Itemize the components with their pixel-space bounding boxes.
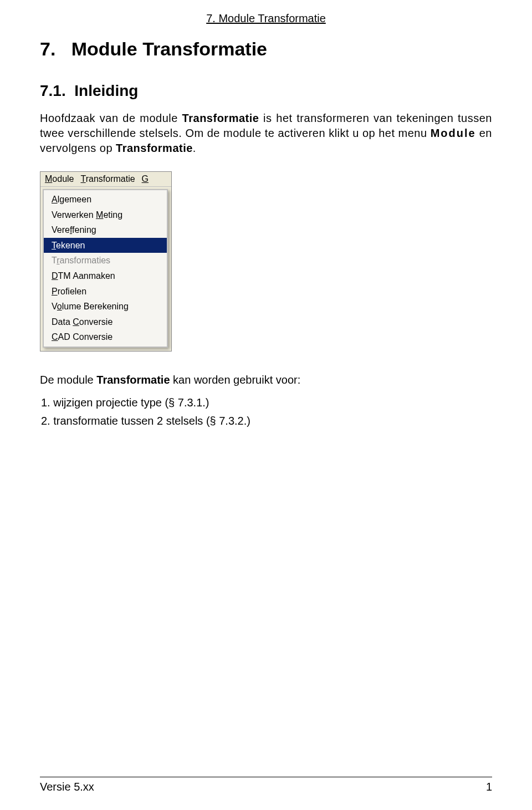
dd-mnemonic: M [96, 210, 103, 220]
mb-post: ransformatie [86, 174, 135, 184]
running-header: 7. Module Transformatie [40, 12, 492, 25]
dd-mnemonic: o [57, 302, 62, 311]
page-title: 7. Module Transformatie [40, 38, 492, 60]
dd-pre: Data [52, 317, 73, 327]
mb-mnemonic: G [142, 174, 149, 184]
dd-pre: V [52, 302, 57, 311]
dropdown-item-dtm-aanmaken[interactable]: DTM Aanmaken [44, 268, 167, 284]
menubar-item-module[interactable]: Module [45, 174, 74, 184]
dd-post: AD Conversie [58, 332, 113, 342]
p-bold-transformatie: Transformatie [182, 112, 259, 124]
p-bold-transformatie-3: Transformatie [96, 374, 170, 386]
mb-mnemonic: T [80, 174, 85, 184]
dropdown-item-cad-conversie[interactable]: CAD Conversie [44, 329, 167, 345]
p-text: Hoofdzaak van de module [40, 112, 182, 124]
p-text: De module [40, 374, 96, 386]
dd-post: lume Berekening [62, 302, 129, 311]
dd-mnemonic: C [73, 317, 79, 327]
dd-pre: T [52, 256, 57, 265]
p-text: . [193, 142, 196, 154]
dd-pre: Verwerken [52, 210, 96, 220]
dd-mnemonic: A [52, 195, 58, 204]
dropdown-item-tekenen[interactable]: Tekenen [44, 238, 167, 253]
dd-post: onversie [79, 317, 112, 327]
page: 7. Module Transformatie 7. Module Transf… [0, 0, 532, 810]
dropdown-item-algemeen[interactable]: Algemeen [44, 192, 167, 207]
p-bold-transformatie-2: Transformatie [116, 142, 193, 154]
dd-mnemonic: P [52, 287, 58, 296]
dropdown-item-verwerken-meting[interactable]: Verwerken Meting [44, 207, 167, 223]
section-number: 7.1. [40, 82, 66, 99]
intro-paragraph: Hoofdzaak van de module Transformatie is… [40, 111, 492, 156]
p-bold-module: Module [431, 127, 476, 139]
module-dropdown: Algemeen Verwerken Meting Vereffening Te… [43, 189, 168, 348]
dd-pre: Vere [52, 225, 70, 235]
mb-mnemonic: M [45, 174, 52, 184]
dd-post: rofielen [58, 287, 86, 296]
dd-mnemonic: D [52, 271, 58, 281]
page-footer: Versie 5.xx 1 [40, 777, 492, 793]
p-text: kan worden gebruikt voor: [170, 374, 301, 386]
title-number: 7. [40, 38, 55, 59]
section-title: 7.1. Inleiding [40, 82, 492, 100]
footer-page-number: 1 [486, 781, 492, 793]
mb-post: odule [52, 174, 74, 184]
dd-post: ansformaties [60, 256, 111, 265]
dropdown-item-data-conversie[interactable]: Data Conversie [44, 314, 167, 330]
title-text: Module Transformatie [71, 38, 267, 59]
usage-paragraph: De module Transformatie kan worden gebru… [40, 374, 492, 386]
menu-screenshot: Module Transformatie G Algemeen Verwerke… [40, 171, 172, 351]
footer-version: Versie 5.xx [40, 781, 94, 793]
list-item: 1. wijzigen projectie type (§ 7.3.1.) [41, 396, 492, 409]
dropdown-item-transformaties: Transformaties [44, 253, 167, 268]
menubar-item-g[interactable]: G [142, 174, 149, 184]
dd-mnemonic: C [52, 332, 58, 342]
dd-post: fening [72, 225, 96, 235]
dd-post: eting [103, 210, 122, 220]
dd-mnemonic: T [52, 241, 56, 250]
footer-rule [40, 777, 492, 777]
usage-list: 1. wijzigen projectie type (§ 7.3.1.) 2.… [41, 396, 492, 427]
dropdown-item-vereffening[interactable]: Vereffening [44, 222, 167, 238]
list-item: 2. transformatie tussen 2 stelsels (§ 7.… [41, 415, 492, 427]
menubar: Module Transformatie G [40, 172, 171, 187]
menubar-item-transformatie[interactable]: Transformatie [80, 174, 135, 184]
dropdown-item-volume-berekening[interactable]: Volume Berekening [44, 299, 167, 314]
dd-post: lgemeen [58, 195, 91, 204]
section-text: Inleiding [74, 82, 138, 99]
dd-post: TM Aanmaken [58, 271, 115, 281]
dropdown-item-profielen[interactable]: Profielen [44, 284, 167, 299]
dd-post: ekenen [56, 241, 85, 250]
